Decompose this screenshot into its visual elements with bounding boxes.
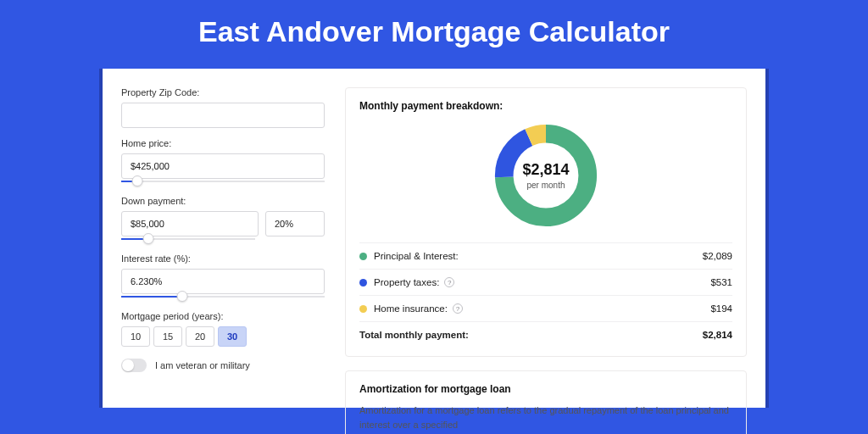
- mortgage-period-option-20[interactable]: 20: [186, 326, 214, 347]
- breakdown-donut-chart: $2,814 per month: [491, 120, 601, 231]
- breakdown-total-label: Total monthly payment:: [359, 330, 469, 340]
- down-payment-amount-input[interactable]: [121, 211, 259, 236]
- legend-item-label: Property taxes:?: [374, 277, 454, 287]
- mortgage-period-option-15[interactable]: 15: [153, 326, 182, 347]
- home-price-slider[interactable]: [121, 177, 325, 186]
- breakdown-card: Monthly payment breakdown: $2,814 per mo…: [345, 87, 747, 357]
- amortization-title: Amortization for mortgage loan: [359, 383, 732, 395]
- breakdown-legend: Principal & Interest:$2,089Property taxe…: [359, 242, 732, 321]
- help-icon[interactable]: ?: [453, 303, 463, 314]
- interest-rate-slider[interactable]: [121, 292, 325, 301]
- donut-center-sub: per month: [526, 181, 565, 190]
- home-price-input[interactable]: [121, 153, 325, 179]
- breakdown-legend-row: Home insurance:?$194: [359, 295, 732, 321]
- legend-item-value: $531: [710, 277, 732, 287]
- zip-input[interactable]: [121, 103, 325, 128]
- amortization-body: Amortization for a mortgage loan refers …: [359, 403, 732, 431]
- calculator-panel: Property Zip Code: Home price: Down paym…: [103, 69, 765, 408]
- mortgage-period-field: Mortgage period (years): 10152030: [121, 311, 325, 347]
- legend-item-value: $2,089: [703, 251, 732, 261]
- amortization-card: Amortization for mortgage loan Amortizat…: [345, 370, 747, 434]
- legend-dot-icon: [359, 253, 367, 260]
- breakdown-total-value: $2,814: [703, 330, 732, 340]
- breakdown-legend-row: Property taxes:?$531: [359, 269, 732, 295]
- down-payment-slider[interactable]: [121, 235, 255, 243]
- form-column: Property Zip Code: Home price: Down paym…: [121, 87, 325, 408]
- mortgage-period-label: Mortgage period (years):: [121, 311, 325, 321]
- legend-dot-icon: [359, 305, 367, 313]
- legend-item-label: Home insurance:?: [374, 303, 463, 314]
- mortgage-period-options: 10152030: [121, 326, 325, 347]
- legend-item-label: Principal & Interest:: [374, 251, 459, 261]
- down-payment-percent-input[interactable]: [265, 211, 325, 236]
- veteran-label: I am veteran or military: [155, 360, 250, 370]
- interest-rate-label: Interest rate (%):: [121, 253, 325, 264]
- legend-dot-icon: [359, 279, 367, 287]
- interest-rate-input[interactable]: [121, 269, 325, 294]
- breakdown-legend-row: Principal & Interest:$2,089: [359, 242, 732, 269]
- home-price-field: Home price:: [121, 138, 325, 186]
- breakdown-total-row: Total monthly payment: $2,814: [359, 321, 732, 348]
- interest-rate-field: Interest rate (%):: [121, 253, 325, 301]
- down-payment-field: Down payment:: [121, 196, 325, 243]
- help-icon[interactable]: ?: [444, 277, 454, 287]
- down-payment-label: Down payment:: [121, 196, 325, 206]
- veteran-toggle[interactable]: [121, 359, 147, 372]
- mortgage-period-option-10[interactable]: 10: [121, 326, 150, 347]
- page-title: East Andover Mortgage Calculator: [0, 15, 868, 48]
- home-price-label: Home price:: [121, 138, 325, 148]
- zip-label: Property Zip Code:: [121, 87, 325, 97]
- breakdown-title: Monthly payment breakdown:: [359, 100, 732, 112]
- breakdown-column: Monthly payment breakdown: $2,814 per mo…: [345, 87, 747, 408]
- panel-frame: Property Zip Code: Home price: Down paym…: [99, 69, 769, 408]
- zip-field: Property Zip Code:: [121, 87, 325, 128]
- veteran-row: I am veteran or military: [121, 359, 325, 372]
- donut-center-value: $2,814: [522, 161, 569, 179]
- mortgage-period-option-30[interactable]: 30: [218, 326, 247, 347]
- legend-item-value: $194: [710, 303, 732, 314]
